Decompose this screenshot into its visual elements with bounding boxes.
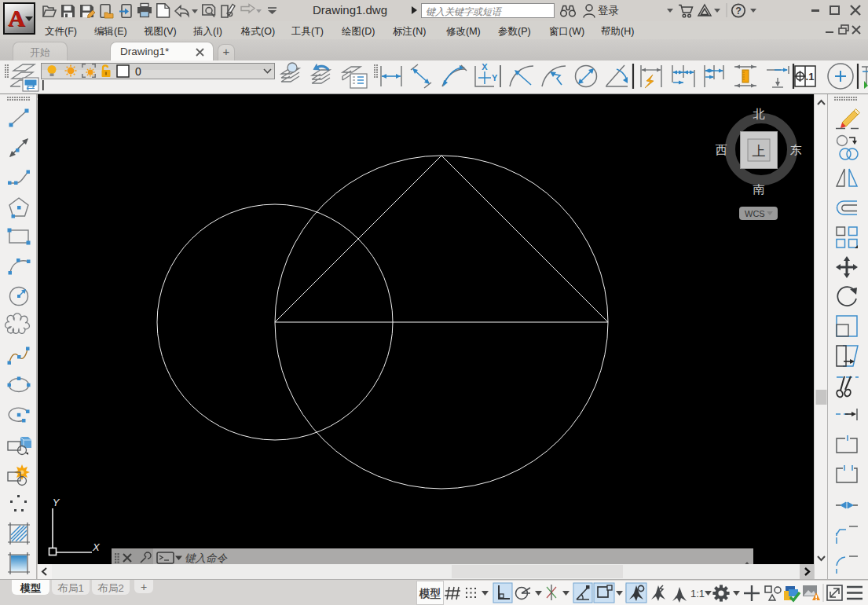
svg-text:登录: 登录 xyxy=(598,5,619,16)
svg-text:东: 东 xyxy=(790,143,802,156)
svg-text:Y: Y xyxy=(53,497,60,508)
svg-text:?: ? xyxy=(735,6,742,16)
svg-text:北: 北 xyxy=(753,107,765,120)
svg-text:南: 南 xyxy=(753,182,765,196)
svg-text:0: 0 xyxy=(135,65,141,78)
svg-text:X: X xyxy=(92,541,101,553)
svg-text:X: X xyxy=(482,62,488,72)
svg-text:Y: Y xyxy=(492,73,498,82)
svg-text:模型: 模型 xyxy=(419,588,441,600)
svg-text:上: 上 xyxy=(753,144,766,159)
svg-text:WCS: WCS xyxy=(745,209,765,218)
svg-text:.1: .1 xyxy=(806,71,815,82)
svg-text:1:1: 1:1 xyxy=(690,588,705,600)
svg-text:西: 西 xyxy=(716,143,727,156)
